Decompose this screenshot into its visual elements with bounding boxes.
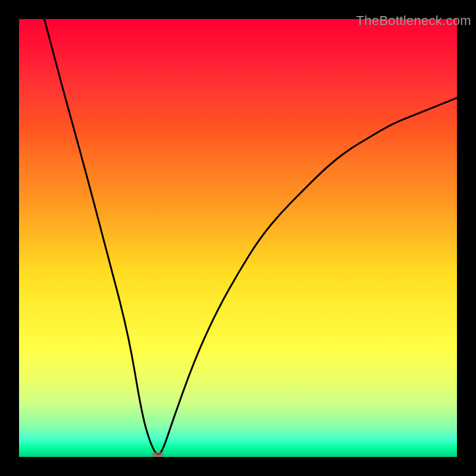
bottleneck-curve-line (19, 19, 457, 455)
optimum-marker (152, 452, 163, 457)
watermark-text: TheBottleneck.com (356, 13, 471, 29)
curve-svg (19, 19, 457, 457)
bottleneck-chart (19, 19, 457, 457)
